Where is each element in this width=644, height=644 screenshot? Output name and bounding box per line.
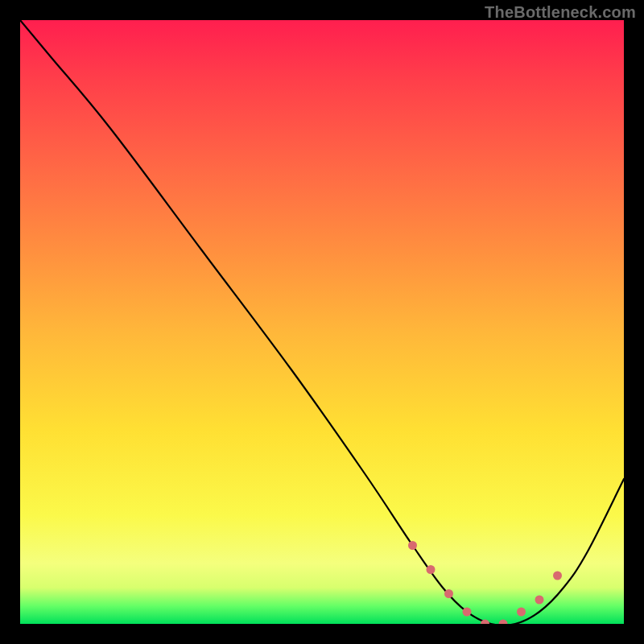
highlight-dot — [463, 608, 472, 617]
highlight-dot — [553, 572, 562, 580]
highlight-dot — [444, 589, 453, 598]
watermark-text: TheBottleneck.com — [485, 3, 636, 22]
highlight-dot — [517, 608, 526, 617]
bottleneck-curve-svg — [20, 20, 624, 624]
highlight-dot — [427, 565, 436, 574]
highlight-dot — [499, 620, 508, 625]
highlight-dot — [408, 541, 417, 550]
bottleneck-curve-path — [20, 20, 624, 624]
highlight-dot — [535, 596, 544, 605]
chart-stage: TheBottleneck.com — [0, 0, 644, 644]
gradient-plot-area — [20, 20, 624, 624]
